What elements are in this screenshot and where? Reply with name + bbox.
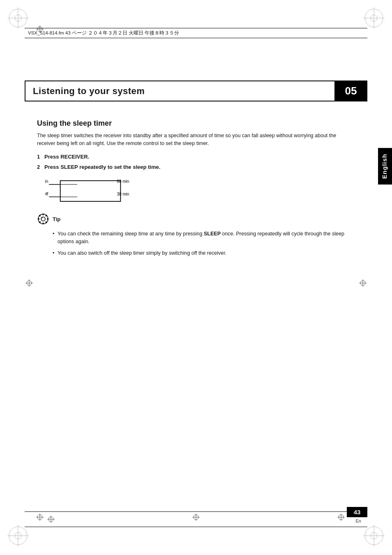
svg-rect-33 (47, 218, 48, 219)
section-title: Using the sleep timer (37, 119, 347, 128)
tip-label: Tip (53, 214, 60, 222)
svg-rect-31 (43, 223, 44, 224)
main-content: Using the sleep timer The sleep timer sw… (37, 119, 347, 260)
page-number-suffix: En (356, 518, 361, 523)
file-info-text: VSX_514-814.fm 43 ページ ２０４年３月２日 火曜日 午後８時３… (28, 30, 179, 36)
tip-bullet-1: You can check the remaining sleep time a… (53, 230, 347, 246)
corner-reg-bottom-left (7, 525, 29, 548)
svg-text:30 min: 30 min (117, 191, 129, 196)
chapter-title-box: Listening to your system (25, 81, 334, 101)
page-number: 43 (354, 509, 361, 516)
corner-reg-top-right (363, 7, 385, 30)
reg-bottom-inner-left2 (47, 516, 55, 524)
step-2-text: Press SLEEP repeatedly to set the sleep … (44, 164, 160, 170)
step-2-number: 2 (37, 164, 40, 170)
tip-icon (37, 213, 49, 225)
page: VSX_514-814.fm 43 ページ ２０４年３月２日 火曜日 午後８時３… (0, 0, 392, 555)
step-1: 1 Press RECEIVER. (37, 154, 347, 160)
page-number-box: 43 (347, 507, 367, 517)
chapter-header: Listening to your system 05 (25, 81, 367, 101)
reg-bottom-inner-left (36, 514, 44, 522)
svg-text:90 min: 90 min (45, 179, 48, 184)
chapter-number: 05 (345, 85, 357, 97)
svg-rect-30 (43, 214, 44, 215)
sleep-diagram: 90 min 60 min Off 30 min (45, 177, 136, 205)
reg-right-mid (359, 279, 367, 288)
chapter-number-box: 05 (334, 81, 367, 101)
file-info-bar: VSX_514-814.fm 43 ページ ２０４年３月２日 火曜日 午後８時３… (25, 28, 367, 38)
svg-text:60 min: 60 min (117, 179, 129, 184)
language-tab: English (378, 148, 392, 184)
reg-bottom-inner-right (337, 514, 345, 522)
section-body: The sleep timer switches the receiver in… (37, 132, 347, 148)
step-1-number: 1 (37, 154, 40, 160)
reg-bottom-center (192, 514, 200, 522)
svg-point-39 (42, 217, 43, 218)
svg-rect-19 (60, 181, 121, 201)
bottom-rule-bottom (25, 527, 367, 527)
reg-left-mid (25, 279, 33, 288)
chapter-title: Listening to your system (33, 86, 145, 97)
corner-reg-bottom-right (363, 525, 385, 548)
step-2: 2 Press SLEEP repeatedly to set the slee… (37, 164, 347, 170)
tip-section: Tip (37, 214, 347, 225)
svg-rect-32 (38, 218, 39, 219)
corner-reg-top-left (7, 7, 29, 30)
step-1-text: Press RECEIVER. (44, 154, 89, 160)
bottom-rule-top (25, 511, 367, 512)
tip-bullet-2: You can also switch off the sleep timer … (53, 249, 347, 257)
tip-bullets: You can check the remaining sleep time a… (53, 230, 347, 257)
svg-text:Off: Off (45, 191, 48, 196)
